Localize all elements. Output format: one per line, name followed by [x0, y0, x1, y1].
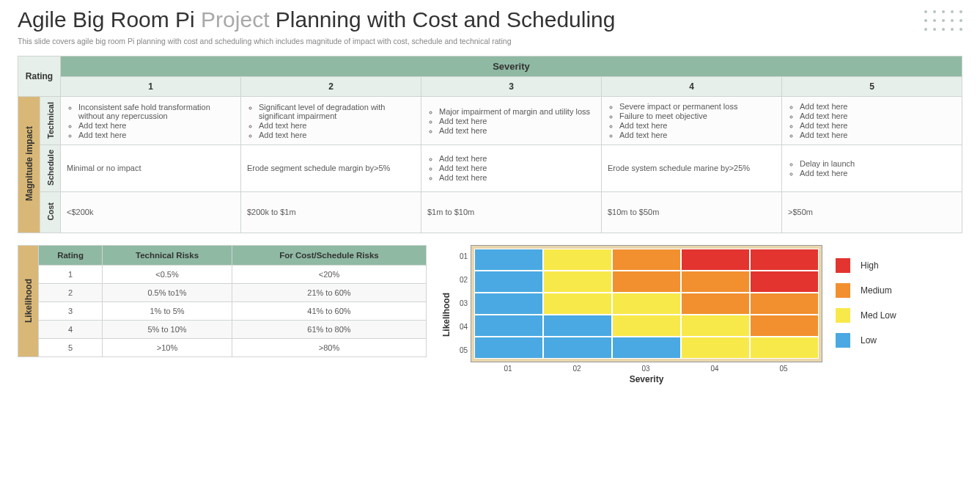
heat-cell: [750, 249, 819, 271]
table-cell: Erode segment schedule margin by>5%: [241, 145, 421, 192]
heat-cell: [750, 271, 819, 293]
heat-cell: [612, 315, 681, 337]
table-cell: <$200k: [61, 191, 241, 233]
heat-cell: [543, 271, 612, 293]
severity-col-head: 5: [782, 77, 962, 97]
heat-xtick: 03: [611, 362, 680, 373]
legend-item: Med Low: [836, 308, 896, 323]
heatmap-chart: Likelihood 0102030405 0102030405 Severit…: [441, 245, 822, 384]
legend-label: Med Low: [861, 310, 896, 321]
heatmap-grid: [471, 245, 822, 362]
likelihood-row: 31% to 5%41% to 60%: [39, 301, 427, 320]
likelihood-cell: 61% to 80%: [232, 320, 426, 338]
severity-header: Severity: [61, 56, 962, 77]
table-cell: >$50m: [782, 191, 962, 233]
heat-cell: [681, 337, 750, 359]
likelihood-cell: 1% to 5%: [103, 301, 232, 320]
legend-swatch: [836, 308, 850, 323]
severity-col-head: 2: [241, 77, 421, 97]
heat-cell: [681, 271, 750, 293]
legend-item: Medium: [836, 283, 896, 298]
table-cell: $10m to $50m: [602, 191, 782, 233]
table-cell: Inconsistent safe hold transformation wi…: [61, 97, 241, 145]
likelihood-cell: >80%: [232, 338, 426, 356]
heat-cell: [612, 293, 681, 315]
heat-cell: [750, 315, 819, 337]
likelihood-cell: 0.5% to1%: [103, 283, 232, 301]
likelihood-col-head: Rating: [39, 245, 103, 265]
heatmap-ylabel: Likelihood: [441, 293, 452, 337]
table-cell: Delay in launchAdd text here: [782, 145, 962, 192]
heat-cell: [681, 249, 750, 271]
likelihood-row: 45% to 10%61% to 80%: [39, 320, 427, 338]
likelihood-table: RatingTechnical RisksFor Cost/Schedule R…: [38, 245, 427, 357]
likelihood-vlabel: Likelihood: [18, 245, 38, 357]
likelihood-cell: 5% to 10%: [103, 320, 232, 338]
heat-cell: [681, 293, 750, 315]
heat-cell: [474, 337, 543, 359]
likelihood-row: 1<0.5%<20%: [39, 265, 427, 283]
heatmap-legend: HighMediumMed LowLow: [836, 245, 896, 384]
heat-cell: [681, 315, 750, 337]
heat-ytick: 02: [454, 268, 471, 292]
likelihood-cell: 3: [39, 301, 103, 320]
table-cell: Major impairment of margin and utility l…: [421, 97, 602, 145]
likelihood-cell: >10%: [103, 338, 232, 356]
heat-xtick: 04: [680, 362, 749, 373]
heat-cell: [612, 249, 681, 271]
heat-xtick: 02: [542, 362, 611, 373]
legend-swatch: [836, 283, 850, 298]
likelihood-table-wrap: Likelihood RatingTechnical RisksFor Cost…: [18, 245, 427, 357]
heat-ytick: 01: [454, 245, 471, 268]
decorative-dots: [924, 10, 964, 32]
legend-label: Low: [861, 335, 877, 345]
table-cell: Add text hereAdd text hereAdd text hereA…: [782, 97, 962, 145]
heat-cell: [474, 315, 543, 337]
heat-ytick: 05: [454, 339, 471, 362]
row-label-cost: Cost: [40, 191, 61, 233]
rating-header: Rating: [18, 56, 61, 97]
heatmap-wrap: Likelihood 0102030405 0102030405 Severit…: [441, 245, 962, 384]
severity-col-head: 1: [61, 77, 241, 97]
heatmap-xlabel: Severity: [471, 374, 822, 384]
heat-cell: [474, 293, 543, 315]
heat-ytick: 04: [454, 315, 471, 339]
heat-cell: [543, 293, 612, 315]
table-cell: $200k to $1m: [241, 191, 421, 233]
table-cell: $1m to $10m: [421, 191, 602, 233]
severity-col-head: 4: [602, 77, 782, 97]
likelihood-row: 20.5% to1%21% to 60%: [39, 283, 427, 301]
heat-cell: [750, 337, 819, 359]
legend-swatch: [836, 258, 850, 273]
likelihood-cell: <0.5%: [103, 265, 232, 283]
legend-item: High: [836, 258, 896, 273]
likelihood-cell: 41% to 60%: [232, 301, 426, 320]
title-post: Planning with Cost and Scheduling: [269, 7, 615, 32]
likelihood-row: 5>10%>80%: [39, 338, 427, 356]
heat-cell: [543, 337, 612, 359]
legend-label: High: [861, 260, 879, 271]
title-pre: Agile Big Room Pi: [18, 7, 201, 32]
magnitude-vlabel: Magnitude impact: [18, 97, 40, 233]
heat-ytick: 03: [454, 292, 471, 315]
legend-item: Low: [836, 333, 896, 348]
heatmap-xaxis: 0102030405: [474, 362, 822, 373]
severity-table: Rating Severity 12345 Magnitude impactTe…: [18, 56, 962, 233]
heat-cell: [543, 315, 612, 337]
heat-xtick: 05: [749, 362, 818, 373]
heat-cell: [612, 271, 681, 293]
heat-cell: [474, 249, 543, 271]
likelihood-col-head: For Cost/Schedule Risks: [232, 245, 426, 265]
heat-cell: [612, 337, 681, 359]
table-cell: Minimal or no impact: [61, 145, 241, 192]
heat-xtick: 01: [474, 362, 542, 373]
row-label-schedule: Schedule: [40, 145, 61, 192]
title-accent: Project: [201, 7, 269, 32]
severity-col-head: 3: [421, 77, 602, 97]
likelihood-cell: 21% to 60%: [232, 283, 426, 301]
table-cell: Erode system schedule marine by>25%: [602, 145, 782, 192]
table-cell: Significant level of degradation with si…: [241, 97, 421, 145]
likelihood-cell: 5: [39, 338, 103, 356]
heat-cell: [474, 271, 543, 293]
legend-label: Medium: [861, 285, 892, 296]
